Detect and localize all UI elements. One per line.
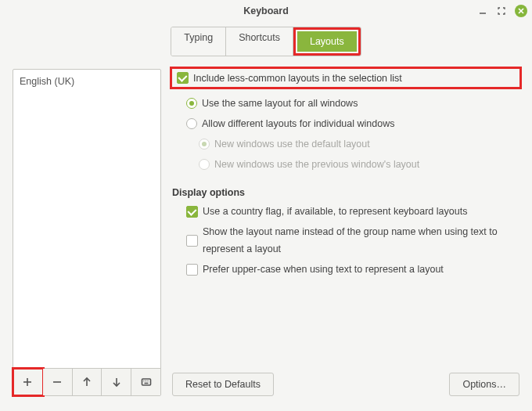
same-layout-radio[interactable] — [186, 98, 197, 109]
show-name-label: Show the layout name instead of the grou… — [203, 223, 519, 258]
layouts-list[interactable]: English (UK) — [13, 70, 160, 368]
new-previous-radio — [199, 159, 210, 170]
minimize-button[interactable] — [477, 5, 488, 16]
highlight-include-less-common: Include less-common layouts in the selec… — [172, 69, 519, 87]
new-default-radio — [199, 139, 210, 150]
layouts-toolbar — [13, 368, 160, 395]
svg-rect-8 — [142, 379, 150, 385]
remove-layout-button[interactable] — [43, 369, 73, 395]
diff-layout-radio[interactable] — [186, 118, 197, 129]
titlebar: Keyboard — [0, 0, 532, 22]
prefer-upper-checkbox[interactable] — [186, 264, 198, 276]
use-flag-checkbox[interactable] — [186, 206, 198, 218]
same-layout-label: Use the same layout for all windows — [202, 95, 358, 112]
move-down-button[interactable] — [102, 369, 131, 395]
add-layout-button[interactable] — [13, 369, 43, 395]
new-default-label: New windows use the default layout — [214, 135, 370, 153]
use-flag-label: Use a country flag, if available, to rep… — [203, 203, 467, 220]
reset-defaults-button[interactable]: Reset to Defaults — [172, 373, 274, 396]
tab-shortcuts[interactable]: Shortcuts — [226, 27, 293, 56]
new-previous-label: New windows use the previous window's la… — [214, 156, 419, 173]
include-less-common-label: Include less-common layouts in the selec… — [193, 73, 402, 84]
keyboard-preview-button[interactable] — [131, 369, 160, 395]
move-up-button[interactable] — [73, 369, 102, 395]
highlight-tab-layouts: Layouts — [293, 27, 361, 56]
layout-options-button[interactable]: Options… — [449, 373, 519, 396]
include-less-common-checkbox[interactable] — [177, 72, 189, 84]
diff-layout-label: Allow different layouts for individual w… — [202, 115, 394, 132]
layouts-sidebar: English (UK) — [13, 69, 161, 396]
prefer-upper-label: Prefer upper-case when using text to rep… — [203, 261, 444, 278]
tab-layouts[interactable]: Layouts — [297, 31, 357, 52]
tab-typing[interactable]: Typing — [171, 27, 226, 56]
close-button[interactable] — [515, 5, 527, 17]
layouts-list-item[interactable]: English (UK) — [20, 74, 154, 88]
display-options-title: Display options — [172, 187, 519, 198]
tabbar: Typing Shortcuts Layouts — [0, 27, 532, 56]
show-name-checkbox[interactable] — [186, 235, 198, 247]
window-title: Keyboard — [243, 5, 289, 16]
maximize-button[interactable] — [496, 5, 507, 16]
options-pane: Include less-common layouts in the selec… — [172, 69, 519, 396]
